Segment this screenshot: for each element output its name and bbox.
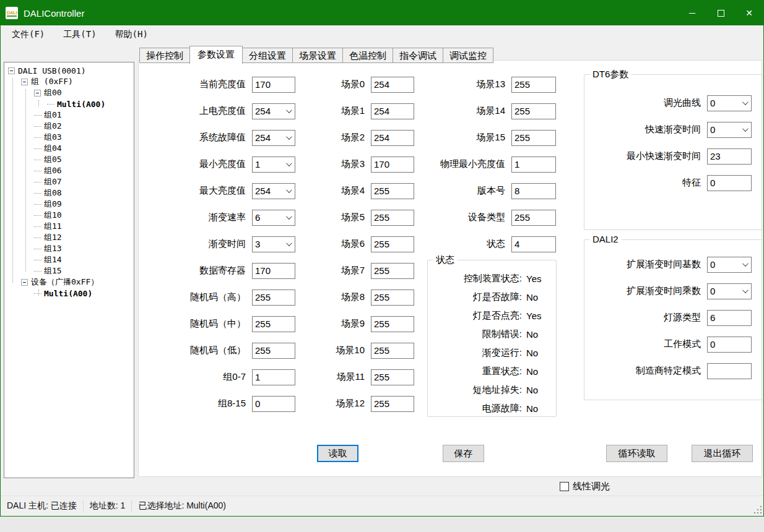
- tab-3[interactable]: 场景设置: [293, 48, 343, 63]
- close-button[interactable]: ✕: [735, 1, 763, 25]
- param-combobox[interactable]: 254: [252, 103, 295, 119]
- param-row: 渐变速率6: [144, 204, 295, 231]
- param-row: 最小亮度值1: [144, 151, 295, 178]
- tree-connector: [34, 215, 41, 216]
- tree-node[interactable]: 组01: [4, 109, 134, 121]
- param-input[interactable]: [371, 343, 414, 359]
- read-button[interactable]: 读取: [317, 445, 358, 462]
- tree-node[interactable]: 组09: [4, 199, 134, 210]
- param-combobox[interactable]: 0: [707, 95, 752, 111]
- tab-4[interactable]: 色温控制: [343, 48, 393, 63]
- param-input[interactable]: [707, 337, 752, 353]
- param-row: 渐变时间3: [144, 231, 295, 257]
- param-input[interactable]: [511, 183, 556, 199]
- tree-connector: [34, 148, 41, 149]
- param-input[interactable]: [371, 369, 414, 385]
- param-label: 场景2: [293, 132, 365, 144]
- param-row: 快速渐变时间0: [584, 116, 762, 143]
- tree-node[interactable]: 组07: [4, 176, 134, 187]
- tree-node[interactable]: 组10: [4, 210, 134, 221]
- param-input[interactable]: [252, 77, 295, 93]
- tree-node[interactable]: 组00: [4, 87, 134, 98]
- save-button[interactable]: 保存: [443, 445, 484, 462]
- combobox-value: 254: [255, 106, 271, 116]
- param-input[interactable]: [707, 148, 752, 165]
- param-input[interactable]: [371, 396, 414, 412]
- param-combobox[interactable]: 3: [252, 236, 295, 252]
- param-input[interactable]: [707, 363, 752, 379]
- tree-node[interactable]: 设备（广播0xFF）: [4, 277, 134, 288]
- tab-2[interactable]: 分组设置: [243, 48, 293, 63]
- tree-node-label: 组 (0xFF): [31, 76, 73, 87]
- combobox-value: 254: [255, 186, 271, 196]
- linear-dimming-checkbox[interactable]: 线性调光: [560, 481, 610, 492]
- tree-node-label: Multi(A00): [44, 289, 92, 298]
- param-input[interactable]: [252, 396, 295, 412]
- param-input[interactable]: [707, 310, 752, 326]
- menu-item-2[interactable]: 帮助(H): [108, 27, 155, 43]
- tree-node[interactable]: Multi(A00): [4, 288, 134, 299]
- tree-node[interactable]: DALI USB(0001): [4, 65, 134, 76]
- minimize-button[interactable]: ─: [678, 1, 706, 25]
- param-combobox[interactable]: 0: [707, 257, 752, 273]
- maximize-button[interactable]: [706, 1, 735, 25]
- param-input[interactable]: [511, 157, 556, 173]
- param-input[interactable]: [371, 290, 414, 306]
- loop-read-button[interactable]: 循环读取: [606, 445, 667, 462]
- param-input[interactable]: [511, 236, 556, 252]
- tree-node[interactable]: 组02: [4, 121, 134, 132]
- param-input[interactable]: [371, 263, 414, 279]
- tree-node[interactable]: 组04: [4, 143, 134, 154]
- param-input[interactable]: [511, 103, 556, 119]
- param-input[interactable]: [252, 316, 295, 332]
- tree-node[interactable]: 组11: [4, 221, 134, 232]
- param-combobox[interactable]: 254: [252, 130, 295, 146]
- param-input[interactable]: [511, 130, 556, 146]
- tree-collapse-icon[interactable]: [8, 67, 15, 74]
- param-input[interactable]: [511, 210, 556, 226]
- param-combobox[interactable]: 1: [252, 157, 295, 173]
- status-value: No: [526, 403, 538, 414]
- tab-1[interactable]: 参数设置: [189, 46, 243, 64]
- menu-item-1[interactable]: 工具(T): [56, 27, 103, 43]
- tree-collapse-icon[interactable]: [21, 279, 28, 286]
- tree-node[interactable]: 组06: [4, 165, 134, 176]
- param-row: 组0-7: [144, 364, 295, 390]
- tree-node[interactable]: 组 (0xFF): [4, 76, 134, 87]
- resize-grip[interactable]: [753, 505, 762, 513]
- tree-node[interactable]: 组12: [4, 232, 134, 243]
- menu-bar: 文件(F)工具(T)帮助(H): [1, 25, 763, 44]
- param-combobox[interactable]: 0: [707, 122, 752, 138]
- param-input[interactable]: [371, 316, 414, 332]
- tab-0[interactable]: 操作控制: [139, 48, 190, 63]
- param-input[interactable]: [252, 369, 295, 385]
- tree-node[interactable]: 组03: [4, 132, 134, 143]
- param-row: 随机码（中）: [144, 311, 295, 337]
- tree-node[interactable]: 组08: [4, 187, 134, 199]
- tree-node-label: 组04: [44, 143, 62, 154]
- exit-loop-button[interactable]: 退出循环: [692, 445, 753, 462]
- param-row: 特征: [584, 169, 762, 196]
- app-window: DALI DALIController ─ ✕ 文件(F)工具(T)帮助(H) …: [0, 0, 764, 517]
- param-combobox[interactable]: 0: [707, 283, 752, 299]
- tree-node[interactable]: 组14: [4, 254, 134, 265]
- title-bar: DALI DALIController ─ ✕: [1, 1, 763, 25]
- param-input[interactable]: [511, 77, 556, 93]
- tree-connector: [34, 260, 41, 260]
- param-input[interactable]: [707, 175, 752, 191]
- tree-node[interactable]: Multi(A00): [4, 98, 134, 109]
- tree-node[interactable]: 组05: [4, 154, 134, 165]
- param-input[interactable]: [252, 343, 295, 359]
- tree-node[interactable]: 组15: [4, 265, 134, 277]
- menu-item-0[interactable]: 文件(F): [4, 27, 52, 43]
- tree-node[interactable]: 组13: [4, 243, 134, 254]
- param-input[interactable]: [252, 263, 295, 279]
- param-combobox[interactable]: 254: [252, 183, 295, 199]
- param-combobox[interactable]: 6: [252, 210, 295, 226]
- param-input[interactable]: [252, 290, 295, 306]
- tree-collapse-icon[interactable]: [21, 79, 28, 85]
- tree-guide: [25, 89, 26, 272]
- tree-collapse-icon[interactable]: [34, 90, 41, 97]
- tab-6[interactable]: 调试监控: [443, 48, 493, 63]
- tab-5[interactable]: 指令调试: [393, 48, 443, 63]
